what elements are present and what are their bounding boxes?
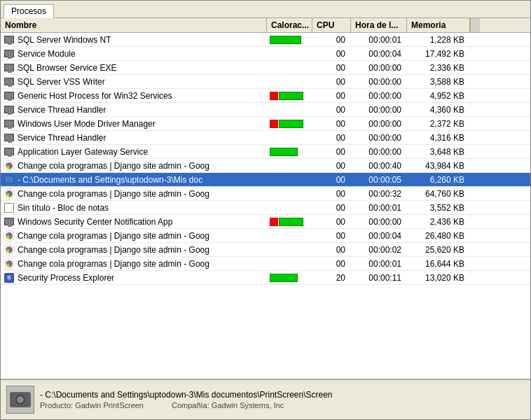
- monitor-process-icon: [4, 104, 15, 115]
- calorac-cell: [267, 33, 312, 46]
- memoria-cell: 2,372 KB: [407, 117, 470, 130]
- process-name-text: Change cola programas | Django site admi…: [18, 259, 209, 269]
- table-row[interactable]: Service Module0000:00:0417,492 KB: [1, 47, 530, 61]
- table-row[interactable]: Sin título - Bloc de notas0000:00:013,55…: [1, 201, 530, 215]
- cpu-cell: 00: [312, 201, 351, 214]
- company-label: Compañía: Gadwin Systems, Inc: [172, 401, 284, 410]
- table-row[interactable]: SQL Browser Service EXE0000:00:002,336 K…: [1, 61, 530, 75]
- hora-cell: 00:00:40: [351, 159, 407, 172]
- process-name-text: - C:\Documents and Settings\uptodown-3\M…: [18, 175, 202, 185]
- hora-cell: 00:00:00: [351, 75, 407, 88]
- table-row[interactable]: Windows Security Center Notification App…: [1, 215, 530, 229]
- table-row[interactable]: SQL Server VSS Writer0000:00:003,588 KB: [1, 75, 530, 89]
- tab-procesos[interactable]: Procesos: [4, 4, 54, 18]
- memoria-cell: 3,552 KB: [407, 201, 470, 214]
- monitor-process-icon: [4, 76, 15, 88]
- hora-cell: 00:00:04: [351, 47, 407, 60]
- memoria-cell: 6,260 KB: [407, 173, 470, 186]
- process-name-text: SQL Server VSS Writer: [18, 77, 105, 87]
- monitor-process-icon: [4, 132, 15, 144]
- table-row[interactable]: Service Thread Handler0000:00:004,360 KB: [1, 103, 530, 117]
- memoria-cell: 4,952 KB: [407, 89, 470, 102]
- memoria-cell: 4,360 KB: [407, 103, 470, 116]
- monitor-process-icon: [4, 90, 15, 102]
- bottom-info: - C:\Documents and Settings\uptodown-3\M…: [40, 390, 333, 410]
- process-name-cell: Service Thread Handler: [1, 131, 267, 144]
- process-name-cell: Service Module: [1, 47, 267, 60]
- cpu-cell: 00: [312, 145, 351, 158]
- cpu-bar: [270, 217, 310, 227]
- process-name-cell: Change cola programas | Django site admi…: [1, 229, 267, 242]
- process-name-cell: SQL Server Windows NT: [1, 33, 267, 46]
- process-name-text: Generic Host Process for Win32 Services: [18, 91, 172, 101]
- process-table-body[interactable]: SQL Server Windows NT0000:00:011,228 KBS…: [1, 33, 530, 379]
- table-row[interactable]: - C:\Documents and Settings\uptodown-3\M…: [1, 173, 530, 187]
- memoria-cell: 2,436 KB: [407, 215, 470, 228]
- table-row[interactable]: Service Thread Handler0000:00:004,316 KB: [1, 131, 530, 145]
- monitor-process-icon: [4, 48, 15, 59]
- process-name-text: Windows Security Center Notification App: [18, 217, 172, 227]
- col-nombre[interactable]: Nombre: [1, 18, 267, 32]
- chrome-process-icon: [4, 258, 15, 270]
- hora-cell: 00:00:00: [351, 61, 407, 74]
- table-row[interactable]: SQL Server Windows NT0000:00:011,228 KB: [1, 33, 530, 47]
- calorac-cell: [267, 61, 312, 74]
- chrome-process-icon: [4, 188, 15, 200]
- calorac-cell: [267, 271, 312, 284]
- col-memoria[interactable]: Memoria: [407, 18, 470, 32]
- monitor-process-icon: [4, 34, 15, 46]
- process-name-cell: Change cola programas | Django site admi…: [1, 257, 267, 270]
- process-name-cell: Windows Security Center Notification App: [1, 215, 267, 228]
- cpu-cell: 00: [312, 61, 351, 74]
- process-name-text: Service Thread Handler: [18, 133, 106, 143]
- monitor-process-icon: [4, 62, 15, 74]
- col-cpu[interactable]: CPU: [312, 18, 351, 32]
- cpu-cell: 00: [312, 89, 351, 102]
- hora-cell: 00:00:00: [351, 89, 407, 102]
- table-row[interactable]: SSecurity Process Explorer2000:00:1113,0…: [1, 271, 530, 285]
- process-name-cell: - C:\Documents and Settings\uptodown-3\M…: [1, 173, 267, 186]
- table-row[interactable]: Generic Host Process for Win32 Services0…: [1, 89, 530, 103]
- table-row[interactable]: Change cola programas | Django site admi…: [1, 159, 530, 173]
- chrome-process-icon: [4, 244, 15, 255]
- cpu-cell: 00: [312, 33, 351, 46]
- process-name-text: Windows User Mode Driver Manager: [18, 119, 156, 129]
- main-window: Procesos Nombre Calorac... CPU Hora de l…: [0, 0, 531, 420]
- calorac-cell: [267, 187, 312, 200]
- hora-cell: 00:00:11: [351, 271, 407, 284]
- bottom-app-icon: [6, 386, 34, 414]
- scrollbar-header-space: [470, 18, 480, 32]
- calorac-cell: [267, 243, 312, 256]
- notepad-process-icon: [4, 202, 15, 214]
- bottom-panel: - C:\Documents and Settings\uptodown-3\M…: [1, 379, 530, 419]
- table-row[interactable]: Change cola programas | Django site admi…: [1, 229, 530, 243]
- hora-cell: 00:00:00: [351, 145, 407, 158]
- memoria-cell: 13,020 KB: [407, 271, 470, 284]
- monitor-process-icon: [4, 216, 15, 227]
- hora-cell: 00:00:01: [351, 201, 407, 214]
- camera-icon: [10, 392, 31, 407]
- hora-cell: 00:00:00: [351, 103, 407, 116]
- cpu-cell: 00: [312, 75, 351, 88]
- col-hora[interactable]: Hora de l...: [351, 18, 407, 32]
- hora-cell: 00:00:01: [351, 33, 407, 46]
- table-row[interactable]: Change cola programas | Django site admi…: [1, 257, 530, 271]
- hora-cell: 00:00:02: [351, 243, 407, 256]
- chrome-process-icon: [4, 230, 15, 241]
- calorac-cell: [267, 229, 312, 242]
- col-calorac[interactable]: Calorac...: [267, 18, 312, 32]
- cpu-cell: 00: [312, 173, 351, 186]
- table-row[interactable]: Change cola programas | Django site admi…: [1, 187, 530, 201]
- table-row[interactable]: Change cola programas | Django site admi…: [1, 243, 530, 257]
- process-name-cell: SSecurity Process Explorer: [1, 271, 267, 284]
- monitor-process-icon: [4, 118, 15, 130]
- cpu-cell: 00: [312, 117, 351, 130]
- process-name-cell: Change cola programas | Django site admi…: [1, 159, 267, 172]
- calorac-cell: [267, 131, 312, 144]
- table-row[interactable]: Windows User Mode Driver Manager0000:00:…: [1, 117, 530, 131]
- cpu-cell: 00: [312, 257, 351, 270]
- hora-cell: 00:00:04: [351, 229, 407, 242]
- table-row[interactable]: Application Layer Gateway Service0000:00…: [1, 145, 530, 159]
- cpu-bar: [270, 91, 310, 101]
- process-name-cell: Windows User Mode Driver Manager: [1, 117, 267, 130]
